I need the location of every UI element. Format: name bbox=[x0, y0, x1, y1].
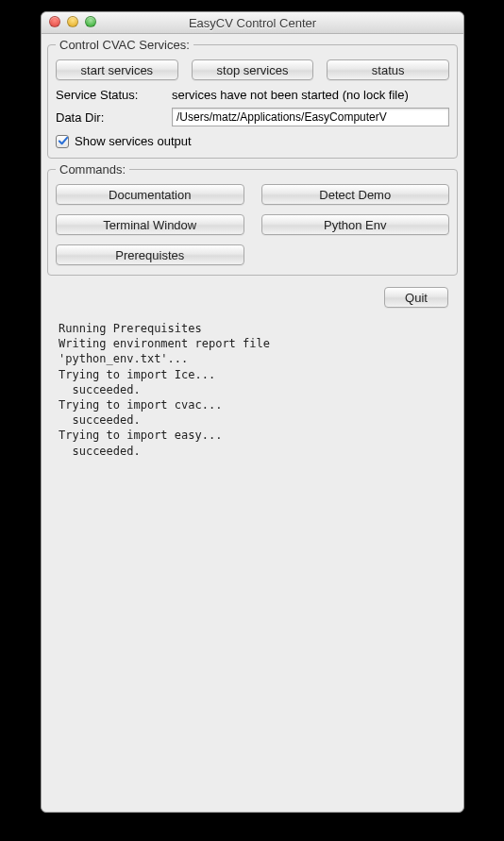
window-content: Control CVAC Services: start services st… bbox=[42, 34, 463, 812]
quit-button[interactable]: Quit bbox=[384, 287, 448, 308]
check-icon bbox=[58, 136, 68, 146]
data-dir-row: Data Dir: bbox=[56, 108, 449, 126]
commands-grid: Documentation Detect Demo Terminal Windo… bbox=[56, 184, 449, 265]
service-status-label: Service Status: bbox=[56, 88, 164, 102]
detect-demo-button[interactable]: Detect Demo bbox=[261, 184, 450, 205]
service-status-row: Service Status: services have not been s… bbox=[56, 88, 449, 102]
start-services-button[interactable]: start services bbox=[56, 59, 178, 80]
quit-row: Quit bbox=[47, 279, 458, 308]
output-area[interactable]: Running Prerequisites Writing environmen… bbox=[51, 315, 454, 800]
window-controls bbox=[49, 16, 96, 27]
python-env-button[interactable]: Python Env bbox=[261, 214, 450, 235]
services-legend: Control CVAC Services: bbox=[56, 38, 193, 52]
documentation-button[interactable]: Documentation bbox=[56, 184, 244, 205]
minimize-icon[interactable] bbox=[67, 16, 78, 27]
services-group: Control CVAC Services: start services st… bbox=[47, 38, 458, 159]
services-button-row: start services stop services status bbox=[56, 59, 449, 80]
data-dir-input[interactable] bbox=[172, 108, 449, 126]
show-output-row: Show services output bbox=[56, 134, 449, 148]
show-output-label: Show services output bbox=[75, 134, 192, 148]
titlebar[interactable]: EasyCV Control Center bbox=[42, 12, 463, 34]
terminal-window-button[interactable]: Terminal Window bbox=[56, 214, 244, 235]
app-window: EasyCV Control Center Control CVAC Servi… bbox=[41, 11, 464, 813]
commands-legend: Commands: bbox=[56, 162, 129, 177]
prerequisites-button[interactable]: Prerequistes bbox=[56, 244, 244, 265]
service-status-value: services have not been started (no lock … bbox=[172, 88, 449, 102]
zoom-icon[interactable] bbox=[85, 16, 96, 27]
data-dir-label: Data Dir: bbox=[56, 110, 164, 125]
commands-group: Commands: Documentation Detect Demo Term… bbox=[47, 162, 458, 276]
stop-services-button[interactable]: stop services bbox=[192, 59, 314, 80]
status-button[interactable]: status bbox=[327, 59, 449, 80]
window-title: EasyCV Control Center bbox=[42, 16, 463, 30]
close-icon[interactable] bbox=[49, 16, 60, 27]
show-output-checkbox[interactable] bbox=[56, 135, 69, 148]
